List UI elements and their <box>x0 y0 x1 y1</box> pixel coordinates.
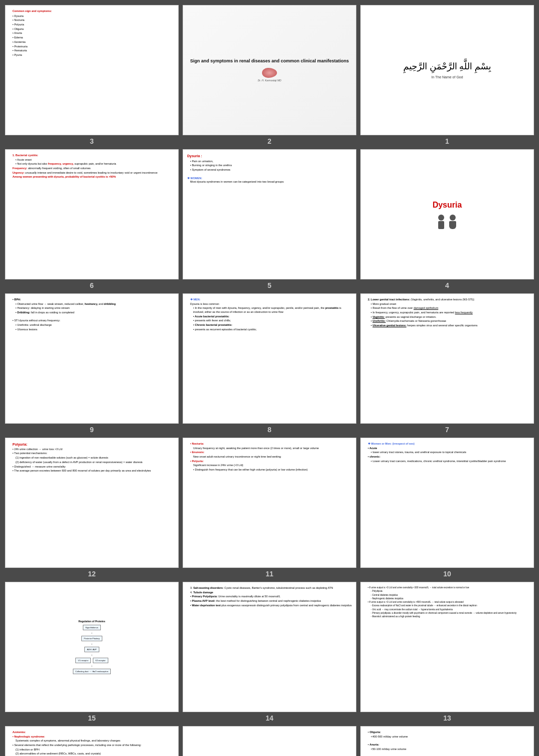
slide7-heading: 2. Lower genital tract infections: (Vagi… <box>368 298 530 302</box>
slide10-heading: ❖ Women or Men: (irrespect of sex) <box>368 442 530 446</box>
slide16-oliguria-h: • Oliguria: <box>368 731 530 735</box>
slide-17: Azotemia Prerenal Azotemia Postrenal Azo… <box>183 726 356 756</box>
slide10-chronic-h: • chronic: <box>368 455 530 459</box>
slide6-women: Among women presenting with dysuria, pro… <box>12 175 174 179</box>
slide7-b1: • More gradual onset <box>371 302 530 306</box>
slide9-sti: • STI dysuria without urinary frequency: <box>12 319 174 323</box>
female-body <box>449 221 456 229</box>
slide13-uric: - Uric acid → may concentrate the sodium… <box>371 608 530 611</box>
slide2-title: Sign and symptoms in renal diseases and … <box>190 58 349 65</box>
d-box-1: Hypothalamus <box>83 625 101 631</box>
slide14-b5: • Water deprivation test plus exogenous … <box>190 604 352 608</box>
slide14-b2: 4. Tubule damage <box>190 591 352 595</box>
slide11-polyuria-sub: • Distinguish from frequency that can be… <box>193 468 352 472</box>
slide9-urethritis: • Urethritis: urethral discharge <box>15 323 174 327</box>
slide11-nocturia-text: Urinary frequency at night, awaking the … <box>193 447 352 451</box>
slide10-acute-h: • Acute <box>368 447 530 451</box>
slide8-acute: • Acute bacterial prostatitis: <box>193 315 352 319</box>
slide-wrapper-4: Dysuria 4 <box>360 149 534 289</box>
slide-8: ❖ MEN: Dysuria is less common • In the m… <box>183 293 356 424</box>
female-head <box>450 215 456 221</box>
slide9-b2: • Hesitancy: delaying in starting urine … <box>15 306 174 310</box>
slide-5: Dysuria : • Pain on urination, • Burning… <box>183 149 356 279</box>
slide7-urethritis: • Urethritis: Chlamydia trachomatis or N… <box>371 319 530 323</box>
slide18-nephrologic-text: Systematic complex of symptoms, abnormal… <box>15 739 174 743</box>
slide18-heading: Azotemia: <box>12 731 174 735</box>
slide-number-11: 11 <box>266 570 273 578</box>
slide5-bullet3: • Symptom of several syndromes <box>190 168 352 172</box>
slide3-item-1: • Dysuria <box>12 14 174 18</box>
slide8-men: ❖ MEN: <box>190 298 352 302</box>
slide-number-15: 15 <box>88 714 96 722</box>
slide13-central: - Central diabetes insipidus <box>371 594 530 597</box>
person-female <box>449 215 456 229</box>
slide3-item-10: • Pyuria <box>12 53 174 57</box>
slide12-b5: • Distinguished → measure urine osmolali… <box>12 465 174 469</box>
slide12-b3: (1) ingestion of non reabsorbable solute… <box>15 456 174 460</box>
slide-wrapper-1: بِسْمِ اللَّهِ الرَّحْمَنِ الرَّحِيمِ In… <box>360 5 534 145</box>
slide-grid: Common sign and symptoms: • Dysuria • No… <box>5 5 534 756</box>
slide6-sub2: • Not only dysuria but also frequency, u… <box>15 162 174 166</box>
slide6-freq: Frequency: abnormally frequent voiding, … <box>12 167 174 171</box>
male-head <box>438 215 444 221</box>
slide8-acute-text: • presents with fever and chills; <box>193 319 352 323</box>
slide16-anuria-text: <50-100 ml/day urine volume <box>371 748 530 752</box>
d-box-2: Posterior Pituitary <box>81 636 102 642</box>
slide13-polydipsia: - Polydipsia <box>371 590 530 593</box>
slide9-b1: • Obstructed urine flow → weak stream, r… <box>15 302 174 306</box>
slide-wrapper-3: Common sign and symptoms: • Dysuria • No… <box>5 5 179 145</box>
slide-wrapper-16: • Oliguria: <400-500 ml/day urine volume… <box>360 726 534 756</box>
slide12-heading: Polyuria: <box>12 442 174 447</box>
slide7-b3: • In frequency, urgency, suprapubic pain… <box>371 311 530 315</box>
slide-number-8: 8 <box>268 426 271 434</box>
slide-wrapper-6: 1. Bacterial cystitis: • Acute onset • N… <box>5 149 179 289</box>
slide-wrapper-8: ❖ MEN: Dysuria is less common • In the m… <box>183 293 356 434</box>
slide5-women-text: Most dysuria syndromes in women can be c… <box>190 180 352 184</box>
slide18-i2: (2) abnormalities of urine sediment (RBC… <box>15 752 174 756</box>
slide-4: Dysuria <box>360 149 534 279</box>
male-body <box>438 221 444 229</box>
slide3-item-7: • Azotemia <box>12 40 174 44</box>
slide14-b3: • Primary Polydipsia: Urine osmolality i… <box>190 595 352 599</box>
slide-10: ❖ Women or Men: (irrespect of sex) • Acu… <box>360 438 534 568</box>
slide6-urgency: Urgency: unusually intense and immediate… <box>12 171 174 175</box>
slide-12: Polyuria: • 24h urine collection → urine… <box>5 438 179 568</box>
slide-wrapper-13: • If urine output is >3 L/d and urine os… <box>360 582 534 722</box>
slide12-b2: • Two potential mechanisms: <box>12 452 174 456</box>
slide8-chronic: • Chronic bacterial prostatitis: <box>193 323 352 327</box>
slide14-b1: 3. Salt-wasting disorders: Cystic renal … <box>190 586 352 590</box>
slide8-intro: Dysuria is less common <box>190 302 352 306</box>
slide8-chronic-text: • presents as recurrent episodes of bact… <box>193 328 352 332</box>
arrow-1: ↓ <box>91 631 93 635</box>
slide-18: Azotemia: • Nephrologic syndrome: System… <box>5 726 179 756</box>
slide13-primary: - Primary polydipsia: a disorder mostly … <box>371 612 530 615</box>
slide3-item-2: • Nocturia <box>12 18 174 22</box>
slide-wrapper-10: ❖ Women or Men: (irrespect of sex) • Acu… <box>360 438 534 578</box>
slide12-b1: • 24h urine collection → urine loss >3 L… <box>12 448 174 452</box>
slide-15: Regulation of Proteins Hypothalamus ↓ Po… <box>5 582 179 712</box>
slide7-vaginitis: • Vaginitis: presents as vaginal dischar… <box>371 315 530 319</box>
slide-number-5: 5 <box>268 281 271 289</box>
slide12-b6: • The average person excretes between 60… <box>12 469 174 473</box>
slide3-item-4: • Oliguria <box>12 27 174 31</box>
slide-14: 3. Salt-wasting disorders: Cystic renal … <box>183 582 356 712</box>
slide-9: • BPH: • Obstructed urine flow → weak st… <box>5 293 179 424</box>
d-box-4: V1 receptor <box>75 658 91 664</box>
slide-wrapper-11: • Nocturia: Urinary frequency at night, … <box>183 438 356 578</box>
slide13-mannitol: - Mannitol: administered as a high prote… <box>371 615 530 618</box>
slide6-sub1: • Acute onset <box>15 158 174 162</box>
slide-wrapper-9: • BPH: • Obstructed urine flow → weak st… <box>5 293 179 434</box>
slide14-b4: • Plasma AVP level: the best method for … <box>190 599 352 603</box>
slide3-item-5: • Anuria <box>12 31 174 35</box>
slide-number-1: 1 <box>445 137 449 145</box>
slide-wrapper-17: Azotemia Prerenal Azotemia Postrenal Azo… <box>183 726 356 756</box>
slide-wrapper-7: 2. Lower genital tract infections: (Vagi… <box>360 293 534 434</box>
slide11-nocturia: • Nocturia: <box>190 442 352 446</box>
slide6-heading: 1. Bacterial cystitis: <box>12 154 174 158</box>
slide-wrapper-5: Dysuria : • Pain on urination, • Burning… <box>183 149 356 289</box>
slide-wrapper-2: Sign and symptoms in renal diseases and … <box>183 5 356 145</box>
slide-number-13: 13 <box>443 714 451 722</box>
arrow-2: ↓ <box>91 642 93 646</box>
slide-number-4: 4 <box>445 281 449 289</box>
d-box-3: ADH / AVP <box>84 647 99 653</box>
